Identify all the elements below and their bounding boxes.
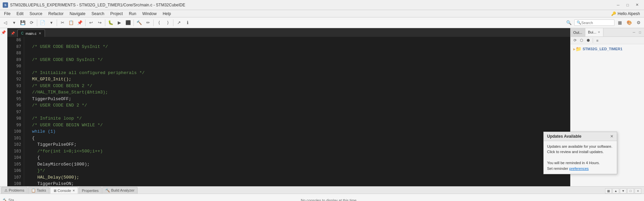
editor-tab-bar: 📌 C main.c ✕ bbox=[7, 28, 570, 37]
toolbar-paste[interactable]: 📌 bbox=[76, 19, 84, 27]
minimize-button[interactable]: ─ bbox=[614, 2, 623, 8]
console-build-status: Sta... bbox=[8, 198, 17, 201]
menu-project[interactable]: Project bbox=[108, 11, 125, 17]
toolbar-pencil[interactable]: ✏ bbox=[144, 19, 152, 27]
bottom-panel-btn-4[interactable]: □ bbox=[627, 188, 634, 194]
tab-close-main-c[interactable]: ✕ bbox=[39, 31, 41, 35]
toolbar-dropdown2[interactable]: ▾ bbox=[47, 19, 55, 27]
bottom-panel-btn-1[interactable]: ▦ bbox=[605, 188, 612, 194]
bottom-panel-btn-2[interactable]: ▲ bbox=[612, 188, 619, 194]
toolbar-refresh[interactable]: ⟳ bbox=[28, 19, 36, 27]
panel-maximize-btn[interactable]: □ bbox=[637, 30, 643, 35]
code-line: /* Initialize all configured peripherals… bbox=[27, 70, 568, 76]
panel-tab-outline[interactable]: Out... bbox=[571, 28, 585, 37]
code-line bbox=[27, 63, 568, 70]
code-lines: /* USER CODE BEGIN SysInit */ /* USER CO… bbox=[24, 37, 570, 186]
toolbar-copy[interactable]: 📋 bbox=[67, 19, 75, 27]
username: Hello Alpesh bbox=[618, 11, 640, 16]
panel-toolbar-collapse[interactable]: ⬢ bbox=[585, 38, 591, 44]
search-box: 🔍 bbox=[574, 19, 614, 26]
notification-body-2: You will be reminded in 4 Hours. bbox=[547, 160, 613, 166]
separator-2 bbox=[57, 19, 57, 26]
close-button[interactable]: ✕ bbox=[633, 2, 641, 8]
bottom-tab-problems[interactable]: ⚠ Problems bbox=[1, 187, 28, 194]
panel-minimize-btn[interactable]: ─ bbox=[631, 30, 637, 35]
menu-search[interactable]: Search bbox=[89, 11, 107, 17]
panel-tab-build[interactable]: Bui... ✕ bbox=[585, 28, 603, 37]
bottom-panel-btn-5[interactable]: ≡ bbox=[635, 188, 641, 194]
toolbar-dropdown1[interactable]: ▾ bbox=[10, 19, 18, 27]
toolbar-new[interactable]: 📄 bbox=[39, 19, 47, 27]
menu-refactor[interactable]: Refactor bbox=[46, 11, 66, 17]
notification-reminder: Set reminder preferences bbox=[547, 166, 613, 172]
bottom-panel: ⚠ Problems 📋 Tasks 🖥 Console ✕ Propertie… bbox=[0, 186, 644, 201]
toolbar-info[interactable]: ℹ bbox=[183, 19, 192, 27]
toolbar-redo[interactable]: ↪ bbox=[96, 19, 104, 27]
app-icon: S bbox=[3, 2, 8, 8]
toolbar-cut[interactable]: ✂ bbox=[58, 19, 66, 27]
toolbar-search-btn[interactable]: 🔍 bbox=[565, 19, 573, 27]
toolbar-stop[interactable]: ⬛ bbox=[124, 19, 132, 27]
line-number: 92 bbox=[9, 76, 21, 83]
menu-source[interactable]: Source bbox=[27, 11, 45, 17]
code-line: { bbox=[27, 135, 568, 142]
toolbar-export[interactable]: ↗ bbox=[175, 19, 183, 27]
panel-tab-outline-label: Out... bbox=[573, 30, 582, 35]
console-status: 🔨 Sta... bbox=[3, 198, 17, 201]
search-input[interactable] bbox=[581, 21, 608, 25]
bottom-tab-build-analyzer[interactable]: 🔨 Build Analyzer bbox=[102, 187, 138, 194]
menu-help[interactable]: Help bbox=[160, 11, 174, 17]
line-number: 88 bbox=[9, 50, 21, 57]
folder-icon: ▸📁 bbox=[573, 46, 581, 52]
toolbar-arrow-left[interactable]: ⟨ bbox=[155, 19, 163, 27]
notification-popup: Updates Available ✕ Updates are availabl… bbox=[543, 132, 617, 175]
line-number: 99 bbox=[9, 122, 21, 129]
toolbar-run[interactable]: ▶ bbox=[115, 19, 123, 27]
code-editor[interactable]: 8687888990919293949596979899100101102103… bbox=[7, 37, 570, 186]
menu-run[interactable]: Run bbox=[126, 11, 139, 17]
panel-tab-build-label: Bui... bbox=[588, 30, 596, 34]
code-line: TiggerPulseOFF; bbox=[27, 96, 568, 103]
right-panel-header: Out... Bui... ✕ ─ □ bbox=[571, 28, 644, 37]
line-number: 95 bbox=[9, 96, 21, 103]
user-icon: 🔑 bbox=[611, 11, 616, 16]
maximize-button[interactable]: □ bbox=[623, 2, 632, 8]
bottom-tab-properties[interactable]: Properties bbox=[79, 187, 102, 194]
toolbar-settings[interactable]: ⚙ bbox=[635, 19, 643, 27]
notification-body-1: Updates are available for your software.… bbox=[547, 144, 613, 155]
line-numbers: 8687888990919293949596979899100101102103… bbox=[7, 37, 24, 186]
menu-edit[interactable]: Edit bbox=[14, 11, 26, 17]
code-line: HAL_Delay(5000); bbox=[27, 174, 568, 181]
code-line: /* USER CODE BEGIN 2 */ bbox=[27, 83, 568, 89]
bottom-tab-tasks[interactable]: 📋 Tasks bbox=[28, 187, 49, 194]
panel-toolbar-expand[interactable]: ⬡ bbox=[579, 38, 585, 44]
toolbar-save[interactable]: 💾 bbox=[19, 19, 27, 27]
toolbar-debug[interactable]: 🐛 bbox=[107, 19, 115, 27]
menu-window[interactable]: Window bbox=[140, 11, 159, 17]
toolbar-grid[interactable]: ▦ bbox=[616, 19, 624, 27]
notification-close-button[interactable]: ✕ bbox=[610, 134, 613, 139]
bottom-tab-console[interactable]: 🖥 Console ✕ bbox=[50, 187, 78, 194]
menu-file[interactable]: File bbox=[1, 11, 13, 17]
toolbar-back[interactable]: ◁ bbox=[1, 19, 9, 27]
toolbar-arrow-right[interactable]: ⟩ bbox=[164, 19, 172, 27]
menu-navigate[interactable]: Navigate bbox=[67, 11, 88, 17]
bottom-tab-console-close[interactable]: ✕ bbox=[72, 189, 75, 192]
panel-tab-build-close[interactable]: ✕ bbox=[598, 30, 600, 34]
toolbar-build[interactable]: 🔨 bbox=[135, 19, 143, 27]
bottom-panel-btn-3[interactable]: ▼ bbox=[620, 188, 627, 194]
code-line: /* USER CODE BEGIN WHILE */ bbox=[27, 122, 568, 129]
tab-main-c[interactable]: C main.c ✕ bbox=[17, 29, 45, 37]
separator-3 bbox=[85, 19, 86, 26]
code-line: MX_GPIO_Init(); bbox=[27, 76, 568, 83]
toolbar-palette[interactable]: 🎨 bbox=[625, 19, 633, 27]
toolbar-undo[interactable]: ↩ bbox=[87, 19, 95, 27]
tree-item-project[interactable]: ▸📁 STM32G_LED_TIMER1 bbox=[572, 46, 643, 52]
panel-toolbar-filter[interactable]: ≡ bbox=[594, 38, 600, 44]
notification-preferences-link[interactable]: preferences bbox=[569, 166, 589, 171]
panel-toolbar-refresh[interactable]: ⟳ bbox=[572, 38, 578, 44]
sidebar-pin-icon[interactable]: 📌 bbox=[1, 29, 7, 36]
left-sidebar: 📌 bbox=[0, 28, 7, 186]
code-line: while (1) bbox=[27, 128, 568, 135]
toolbar-right: 🔍 🔍 ▦ 🎨 ⚙ bbox=[565, 19, 643, 27]
